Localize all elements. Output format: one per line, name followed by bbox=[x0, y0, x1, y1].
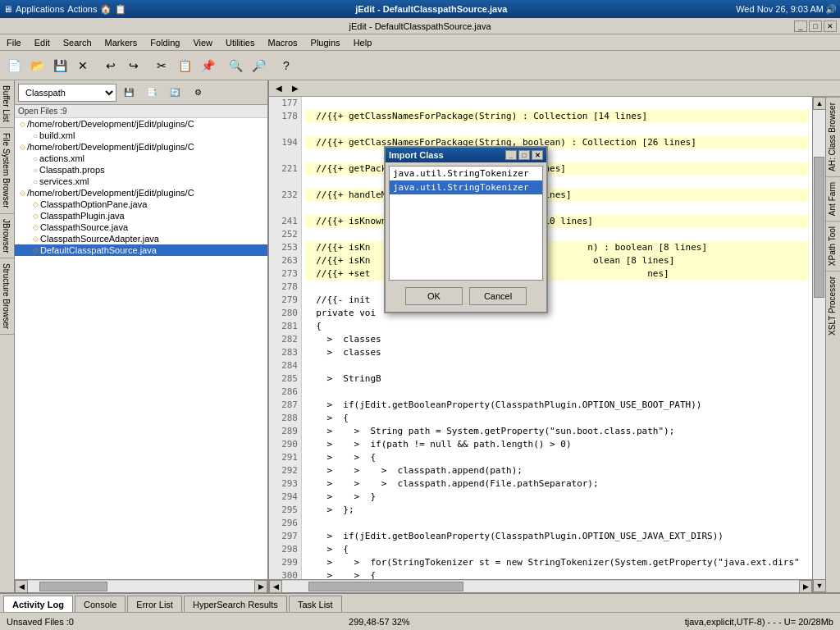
code-line[interactable]: > StringB bbox=[305, 372, 809, 386]
minimize-button[interactable]: _ bbox=[794, 21, 807, 32]
scroll-right-btn[interactable]: ▶ bbox=[799, 580, 812, 593]
code-content[interactable]: //{{+ getClassNamesForPackage(String) : … bbox=[302, 97, 812, 579]
code-line[interactable] bbox=[305, 97, 809, 110]
menu-plugins[interactable]: Plugins bbox=[304, 36, 347, 49]
menu-search[interactable]: Search bbox=[57, 36, 98, 49]
scroll-track[interactable] bbox=[813, 110, 825, 579]
tree-item-4[interactable]: ○ Classpath.props bbox=[15, 164, 267, 176]
left-h-scrollbar[interactable]: ◀ ▶ bbox=[15, 579, 267, 592]
h-scroll-track[interactable] bbox=[282, 581, 799, 592]
left-reload-btn[interactable]: 🔄 bbox=[164, 82, 185, 103]
close-file-button[interactable]: ✕ bbox=[72, 55, 94, 76]
tab-hypersearch[interactable]: HyperSearch Results bbox=[184, 596, 287, 612]
h-scrollbar[interactable]: ◀ ▶ bbox=[269, 579, 812, 592]
code-line[interactable] bbox=[305, 359, 809, 372]
scroll-thumb[interactable] bbox=[814, 157, 824, 298]
open-file-button[interactable]: 📂 bbox=[26, 55, 48, 76]
code-line[interactable] bbox=[305, 281, 809, 294]
code-line[interactable]: > }; bbox=[305, 504, 809, 517]
fold-next-btn[interactable]: ▶ bbox=[289, 82, 302, 95]
code-line[interactable]: > { bbox=[305, 412, 809, 425]
help-button[interactable]: ? bbox=[276, 55, 297, 76]
tree-item-9[interactable]: ◇ ClasspathSource.java bbox=[15, 221, 267, 233]
tree-item-3[interactable]: ○ actions.xml bbox=[15, 153, 267, 164]
code-line[interactable]: //{{+ isKn n) : boolean [8 lines] bbox=[305, 241, 809, 254]
paste-button[interactable]: 📌 bbox=[197, 55, 218, 76]
dialog-maximize-btn[interactable]: □ bbox=[518, 150, 530, 160]
code-line[interactable] bbox=[305, 386, 809, 399]
dialog-minimize-btn[interactable]: _ bbox=[505, 150, 517, 160]
tree-item-5[interactable]: ○ services.xml bbox=[15, 176, 267, 187]
menu-macros[interactable]: Macros bbox=[261, 36, 304, 49]
left-tab-filesystem[interactable]: File System Browser bbox=[0, 128, 14, 214]
h-scroll-thumb[interactable] bbox=[308, 582, 463, 591]
left-scroll-left[interactable]: ◀ bbox=[15, 580, 28, 593]
code-line[interactable]: { bbox=[305, 320, 809, 333]
cut-button[interactable]: ✂ bbox=[151, 55, 172, 76]
menu-folding[interactable]: Folding bbox=[144, 36, 186, 49]
code-line[interactable] bbox=[305, 517, 809, 530]
close-button[interactable]: ✕ bbox=[824, 21, 837, 32]
right-tab-xslt[interactable]: XSLT Processor bbox=[826, 271, 840, 340]
dialog-list-item-1[interactable]: java.util.StringTokenizer bbox=[390, 180, 542, 194]
code-line[interactable] bbox=[305, 228, 809, 241]
left-save-btn[interactable]: 💾 bbox=[118, 82, 139, 103]
tree-item-11[interactable]: ◇ DefaultClasspathSource.java bbox=[15, 244, 267, 256]
scroll-up-btn[interactable]: ▲ bbox=[813, 97, 826, 110]
code-line[interactable]: //{{+ getClassNamesForPackage(String) : … bbox=[305, 110, 809, 123]
tree-item-1[interactable]: ○ build.xml bbox=[15, 130, 267, 141]
code-line[interactable]: //{{+ getPackageNames() : Collection [8 … bbox=[305, 162, 809, 176]
code-line[interactable]: //{{- init bbox=[305, 294, 809, 307]
code-line[interactable] bbox=[305, 176, 809, 189]
copy-button[interactable]: 📋 bbox=[174, 55, 195, 76]
code-line[interactable]: > classes bbox=[305, 346, 809, 359]
dialog-close-btn[interactable]: ✕ bbox=[532, 150, 543, 160]
code-line[interactable]: > > { bbox=[305, 569, 809, 579]
code-line[interactable]: > if(jEdit.getBooleanProperty(ClasspathP… bbox=[305, 399, 809, 412]
scroll-down-btn[interactable]: ▼ bbox=[813, 579, 826, 592]
tree-item-0[interactable]: ◇ /home/robert/Development/jEdit/plugins… bbox=[15, 118, 267, 130]
code-line[interactable] bbox=[305, 123, 809, 136]
tree-item-7[interactable]: ◇ ClasspathOptionPane.java bbox=[15, 199, 267, 210]
menu-file[interactable]: File bbox=[0, 36, 28, 49]
tree-item-8[interactable]: ◇ ClasspathPlugin.java bbox=[15, 210, 267, 221]
redo-button[interactable]: ↪ bbox=[123, 55, 144, 76]
code-line[interactable]: > classes bbox=[305, 333, 809, 346]
menu-utilities[interactable]: Utilities bbox=[219, 36, 261, 49]
code-line[interactable]: //{{+ isKnownClassName(String) : boolean… bbox=[305, 215, 809, 228]
tree-item-10[interactable]: ◇ ClasspathSourceAdapter.java bbox=[15, 233, 267, 244]
code-line[interactable]: > > > classpath.append(path); bbox=[305, 464, 809, 477]
undo-button[interactable]: ↩ bbox=[100, 55, 121, 76]
scroll-left-btn[interactable]: ◀ bbox=[269, 580, 282, 593]
left-scroll-track[interactable] bbox=[28, 581, 254, 592]
tab-activity-log[interactable]: Activity Log bbox=[3, 596, 73, 612]
search-button[interactable]: 🔍 bbox=[225, 55, 246, 76]
code-line[interactable]: > { bbox=[305, 543, 809, 556]
code-line[interactable]: > if(jEdit.getBooleanProperty(ClasspathP… bbox=[305, 530, 809, 543]
menu-view[interactable]: View bbox=[186, 36, 219, 49]
actions-menu[interactable]: Actions bbox=[67, 4, 97, 14]
dialog-ok-button[interactable]: OK bbox=[405, 287, 463, 305]
menu-edit[interactable]: Edit bbox=[28, 36, 57, 49]
tree-item-6[interactable]: ◇ /home/robert/Development/jEdit/plugins… bbox=[15, 187, 267, 199]
left-tab-structure[interactable]: Structure Browser bbox=[0, 258, 14, 335]
code-line[interactable] bbox=[305, 202, 809, 215]
menu-markers[interactable]: Markers bbox=[98, 36, 144, 49]
code-line[interactable]: > > String path = System.getProperty("su… bbox=[305, 425, 809, 438]
tree-item-2[interactable]: ◇ /home/robert/Development/jEdit/plugins… bbox=[15, 141, 267, 153]
dialog-list-item-0[interactable]: java.util.StringTokenizer bbox=[390, 167, 542, 180]
classpath-dropdown[interactable]: Classpath bbox=[18, 84, 116, 102]
left-tab-buffer-list[interactable]: Buffer List bbox=[0, 80, 14, 128]
code-line[interactable]: private voi bbox=[305, 307, 809, 320]
maximize-button[interactable]: □ bbox=[809, 21, 822, 32]
code-line[interactable]: > > } bbox=[305, 491, 809, 504]
code-line[interactable]: > > for(StringTokenizer st = new StringT… bbox=[305, 556, 809, 569]
tab-console[interactable]: Console bbox=[75, 596, 126, 612]
applications-menu[interactable]: Applications bbox=[16, 4, 64, 14]
left-scroll-thumb[interactable] bbox=[39, 582, 107, 591]
dialog-cancel-button[interactable]: Cancel bbox=[469, 287, 527, 305]
code-line[interactable]: //{{+ getClassNamesForPackage(String, bo… bbox=[305, 136, 809, 149]
code-line[interactable]: > > { bbox=[305, 451, 809, 464]
tab-task-list[interactable]: Task List bbox=[289, 596, 342, 612]
menu-help[interactable]: Help bbox=[347, 36, 379, 49]
